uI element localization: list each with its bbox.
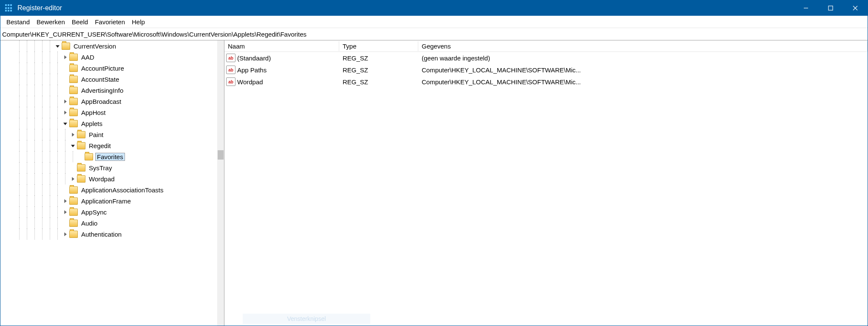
tree-item[interactable]: Favorites (0, 151, 217, 162)
tree-item[interactable]: ApplicationFrame (0, 195, 217, 206)
value-type: REG_SZ (339, 66, 418, 74)
chevron-icon[interactable] (62, 209, 68, 215)
tree-item[interactable]: Wordpad (0, 173, 217, 184)
tree-item-label: AdvertisingInfo (80, 87, 124, 94)
tree-item[interactable]: AppBroadcast (0, 96, 217, 107)
value-name: App Paths (237, 66, 267, 74)
chevron-icon[interactable] (62, 98, 68, 105)
tree-item[interactable]: SysTray (0, 162, 217, 173)
tree-connector (62, 186, 68, 193)
tree-item[interactable]: Paint (0, 129, 217, 140)
svg-marker-12 (64, 199, 67, 203)
tree-connector (62, 220, 68, 226)
maximize-button[interactable] (818, 0, 843, 16)
value-name: (Standaard) (237, 54, 271, 62)
list-row[interactable]: App PathsREG_SZComputer\HKEY_LOCAL_MACHI… (224, 64, 868, 76)
value-data: Computer\HKEY_LOCAL_MACHINE\SOFTWARE\Mic… (418, 66, 868, 74)
string-value-icon (226, 66, 235, 74)
tree-connector (62, 76, 68, 83)
tree-item[interactable]: CurrentVersion (0, 40, 217, 51)
chevron-icon[interactable] (69, 131, 76, 138)
close-button[interactable] (843, 0, 868, 16)
tree-connector (62, 65, 68, 71)
tree-item-label: AAD (80, 54, 95, 61)
value-type: REG_SZ (339, 78, 418, 86)
folder-icon (69, 120, 78, 127)
tree-item-label: Wordpad (88, 175, 116, 183)
tree-item[interactable]: Audio (0, 217, 217, 229)
svg-marker-13 (64, 210, 67, 214)
svg-marker-5 (64, 55, 67, 59)
tree-item-label: AccountState (80, 76, 120, 83)
address-bar[interactable]: Computer\HKEY_CURRENT_USER\Software\Micr… (0, 28, 868, 40)
folder-icon (69, 231, 78, 238)
column-type[interactable]: Type (339, 41, 418, 51)
tree-item-label: Regedit (88, 142, 112, 149)
folder-icon (77, 142, 85, 149)
chevron-icon[interactable] (54, 43, 61, 49)
tree-item[interactable]: AAD (0, 51, 217, 63)
tree-item[interactable]: Regedit (0, 140, 217, 151)
tree-item[interactable]: AdvertisingInfo (0, 85, 217, 96)
svg-marker-6 (64, 100, 67, 103)
folder-icon (85, 153, 93, 160)
menu-favorites[interactable]: Favorieten (91, 17, 128, 26)
folder-icon (69, 87, 78, 94)
tree-item-label: Favorites (96, 153, 125, 160)
folder-icon (69, 197, 78, 205)
list-row[interactable]: (Standaard)REG_SZ(geen waarde ingesteld) (224, 52, 868, 64)
folder-icon (77, 164, 85, 172)
tree-item-label: ApplicationAssociationToasts (80, 186, 164, 194)
tree-item[interactable]: Authentication (0, 229, 217, 240)
folder-icon (77, 131, 85, 138)
svg-marker-4 (56, 45, 60, 48)
tree-item[interactable]: AppSync (0, 206, 217, 217)
tree-item-label: Paint (88, 131, 104, 138)
chevron-icon[interactable] (69, 142, 76, 149)
tree-scrollbar[interactable] (217, 40, 224, 326)
folder-icon (69, 65, 78, 72)
content-area: CurrentVersionAADAccountPictureAccountSt… (0, 40, 868, 326)
tree-item-label: Applets (80, 120, 103, 127)
folder-icon (69, 186, 78, 194)
tree-item[interactable]: AppHost (0, 107, 217, 118)
menu-file[interactable]: Bestand (3, 17, 33, 26)
value-type: REG_SZ (339, 54, 418, 62)
tree-item[interactable]: AccountPicture (0, 63, 217, 74)
window-title: Register-editor (17, 4, 62, 12)
svg-marker-7 (64, 111, 67, 114)
menu-edit[interactable]: Bewerken (33, 17, 68, 26)
tree-item[interactable]: AccountState (0, 74, 217, 85)
tree-connector (62, 87, 68, 94)
minimize-button[interactable] (794, 0, 818, 16)
menu-help[interactable]: Help (128, 17, 148, 26)
address-path: Computer\HKEY_CURRENT_USER\Software\Micr… (2, 31, 306, 38)
string-value-icon (226, 54, 235, 62)
chevron-icon[interactable] (62, 120, 68, 127)
list-row[interactable]: WordpadREG_SZComputer\HKEY_LOCAL_MACHINE… (224, 76, 868, 88)
chevron-icon[interactable] (62, 54, 68, 60)
tree-item[interactable]: ApplicationAssociationToasts (0, 184, 217, 195)
chevron-icon[interactable] (69, 175, 76, 182)
folder-icon (62, 43, 70, 50)
column-name[interactable]: Naam (224, 41, 339, 51)
tree-item-label: AppHost (80, 109, 107, 116)
tree-item-label: SysTray (88, 164, 113, 172)
chevron-icon[interactable] (62, 109, 68, 116)
chevron-icon[interactable] (62, 231, 68, 237)
menu-view[interactable]: Beeld (68, 17, 91, 26)
menubar: Bestand Bewerken Beeld Favorieten Help (0, 16, 868, 28)
folder-icon (69, 109, 78, 116)
tree-item-label: AppSync (80, 209, 108, 216)
svg-rect-1 (828, 6, 833, 10)
tree-item[interactable]: Applets (0, 118, 217, 129)
column-data[interactable]: Gegevens (418, 41, 868, 51)
list-pane: Naam Type Gegevens (Standaard)REG_SZ(gee… (224, 40, 868, 326)
scrollbar-thumb[interactable] (218, 150, 224, 160)
tree-pane: CurrentVersionAADAccountPictureAccountSt… (0, 40, 224, 326)
folder-icon (77, 175, 85, 183)
chevron-icon[interactable] (62, 197, 68, 204)
svg-marker-14 (64, 232, 67, 236)
svg-marker-9 (72, 133, 74, 137)
tree-item-label: ApplicationFrame (80, 197, 132, 205)
